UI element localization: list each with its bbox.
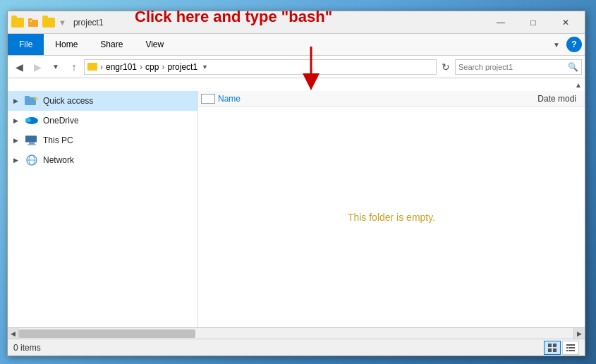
col-date-header: Date modi bbox=[537, 94, 576, 104]
network-label: Network bbox=[43, 155, 74, 165]
scroll-track[interactable] bbox=[19, 328, 573, 339]
onedrive-label: OneDrive bbox=[43, 116, 79, 126]
status-bar: 0 items bbox=[8, 339, 585, 356]
ribbon-tabs: File Home Share View ▼ ? bbox=[8, 34, 585, 55]
maximize-button[interactable]: □ bbox=[517, 11, 549, 34]
network-chevron: ▶ bbox=[13, 157, 25, 164]
search-box: 🔍 bbox=[455, 59, 582, 75]
scroll-left-button[interactable]: ◀ bbox=[8, 328, 19, 339]
sidebar-item-quick-access[interactable]: ▶ ★ Quick access bbox=[8, 91, 197, 111]
status-item-count: 0 items bbox=[13, 343, 41, 353]
sidebar-item-onedrive[interactable]: ▶ OneDrive bbox=[8, 111, 197, 131]
svg-text:★: ★ bbox=[33, 95, 39, 102]
ribbon-collapse-arrow[interactable]: ▼ bbox=[549, 37, 564, 51]
path-segment-project1[interactable]: project1 bbox=[167, 62, 197, 72]
forward-button[interactable]: ▶ bbox=[29, 59, 46, 75]
sidebar: ▶ ★ Quick access ▶ bbox=[8, 91, 198, 327]
quick-access-icon: ★ bbox=[25, 95, 39, 107]
large-icons-view-button[interactable] bbox=[562, 341, 579, 355]
scroll-right-button[interactable]: ▶ bbox=[573, 328, 585, 339]
window-title: project1 bbox=[73, 18, 104, 28]
path-sep-1: › bbox=[100, 62, 103, 72]
horizontal-scrollbar: ◀ ▶ bbox=[8, 327, 585, 339]
help-button[interactable]: ? bbox=[566, 37, 582, 52]
sidebar-item-network[interactable]: ▶ Network bbox=[8, 150, 197, 170]
sidebar-item-this-pc[interactable]: ▶ This PC bbox=[8, 131, 197, 150]
parent-dir-button[interactable]: ↑ bbox=[66, 59, 83, 75]
svg-rect-22 bbox=[568, 350, 575, 351]
large-icons-view-icon bbox=[566, 343, 576, 353]
status-view-buttons bbox=[544, 341, 579, 355]
ribbon: File Home Share View ▼ ? bbox=[8, 34, 585, 56]
tab-home[interactable]: Home bbox=[44, 34, 89, 55]
column-header-strip: ▲ bbox=[8, 78, 585, 91]
explorer-window: ▼ project1 Click here and type "bash" — … bbox=[7, 11, 585, 356]
svg-rect-18 bbox=[553, 348, 557, 352]
main-content: ▶ ★ Quick access ▶ bbox=[8, 91, 585, 327]
title-bar: ▼ project1 Click here and type "bash" — … bbox=[8, 11, 585, 34]
refresh-button[interactable]: ↻ bbox=[438, 59, 454, 75]
address-bar: ◀ ▶ ▼ ↑ › engr101 › cpp › project1 ▼ ↻ 🔍 bbox=[8, 56, 585, 78]
title-separator: ▼ bbox=[59, 18, 66, 27]
this-pc-label: This PC bbox=[43, 135, 73, 145]
path-expand-chevron[interactable]: ▼ bbox=[202, 63, 208, 71]
empty-folder-message: This folder is empty. bbox=[348, 212, 435, 223]
svg-rect-21 bbox=[566, 347, 568, 348]
this-pc-icon bbox=[25, 135, 39, 146]
tab-share[interactable]: Share bbox=[89, 34, 134, 55]
up-dropdown-button[interactable]: ▼ bbox=[47, 59, 64, 75]
svg-rect-24 bbox=[568, 344, 575, 346]
tab-file[interactable]: File bbox=[8, 34, 44, 55]
select-all-checkbox[interactable] bbox=[201, 94, 215, 104]
title-bar-controls: — □ ✕ bbox=[485, 11, 582, 34]
folder-icon-gold bbox=[11, 16, 25, 30]
path-folder-icon bbox=[87, 63, 97, 71]
svg-rect-2 bbox=[30, 20, 32, 22]
ribbon-right: ▼ ? bbox=[549, 34, 585, 55]
scroll-thumb[interactable] bbox=[19, 329, 195, 338]
svg-rect-16 bbox=[553, 344, 557, 347]
svg-rect-9 bbox=[25, 136, 37, 142]
this-pc-chevron: ▶ bbox=[13, 137, 25, 144]
svg-rect-1 bbox=[28, 18, 32, 20]
svg-rect-4 bbox=[25, 96, 30, 98]
quick-access-label: Quick access bbox=[43, 96, 93, 106]
onedrive-icon bbox=[25, 115, 39, 126]
svg-point-7 bbox=[25, 118, 31, 122]
tab-view[interactable]: View bbox=[134, 34, 175, 55]
svg-rect-23 bbox=[566, 350, 568, 351]
onedrive-chevron: ▶ bbox=[13, 117, 25, 124]
file-content: This folder is empty. bbox=[198, 107, 585, 327]
svg-rect-15 bbox=[548, 344, 552, 347]
path-sep-2: › bbox=[140, 62, 142, 72]
search-input[interactable] bbox=[458, 63, 568, 71]
minimize-button[interactable]: — bbox=[485, 11, 517, 34]
title-bar-icons: ▼ bbox=[11, 16, 68, 30]
address-path[interactable]: › engr101 › cpp › project1 ▼ bbox=[84, 59, 437, 75]
file-column-headers: Name Date modi bbox=[198, 91, 585, 107]
col-name-header[interactable]: Name bbox=[218, 94, 537, 104]
path-segment-engr101[interactable]: engr101 bbox=[106, 62, 137, 72]
collapse-ribbon-arrow[interactable]: ▲ bbox=[575, 81, 582, 89]
file-area: Name Date modi This folder is empty. bbox=[198, 91, 585, 327]
details-view-button[interactable] bbox=[544, 341, 561, 355]
svg-rect-10 bbox=[29, 142, 35, 144]
back-button[interactable]: ◀ bbox=[11, 59, 28, 75]
svg-rect-17 bbox=[548, 348, 552, 352]
quick-access-icon-small bbox=[26, 16, 40, 30]
search-icon[interactable]: 🔍 bbox=[568, 62, 578, 72]
network-icon bbox=[25, 154, 39, 166]
close-button[interactable]: ✕ bbox=[549, 11, 582, 34]
details-view-icon bbox=[547, 343, 557, 353]
svg-rect-20 bbox=[568, 347, 575, 348]
path-sep-3: › bbox=[162, 62, 164, 72]
quick-access-chevron: ▶ bbox=[13, 97, 25, 104]
path-segment-cpp[interactable]: cpp bbox=[145, 62, 159, 72]
svg-rect-11 bbox=[28, 144, 36, 145]
annotation-text: Click here and type "bash" bbox=[135, 8, 332, 26]
svg-rect-0 bbox=[28, 20, 38, 27]
folder-icon-title-2 bbox=[42, 16, 56, 30]
